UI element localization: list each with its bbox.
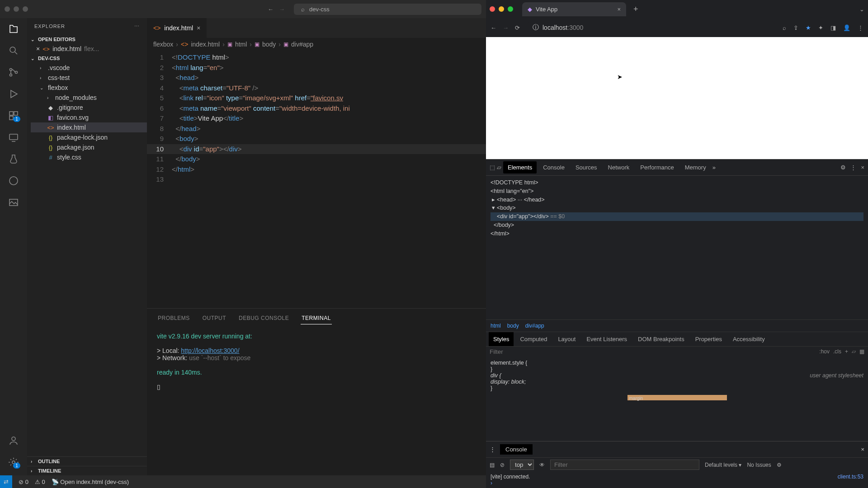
close-dot[interactable]	[490, 6, 495, 12]
page-viewport[interactable]: ➤	[486, 37, 868, 159]
tab-network[interactable]: Network	[604, 161, 634, 174]
forward-icon[interactable]: →	[279, 6, 285, 13]
minimize-dot[interactable]	[499, 6, 504, 12]
tab-overflow-icon[interactable]: ⌄	[859, 6, 864, 13]
search-icon[interactable]: ⌕	[783, 24, 786, 31]
site-info-icon[interactable]: ⓘ	[533, 23, 539, 32]
filter-input[interactable]	[490, 348, 816, 355]
search-icon[interactable]	[7, 44, 20, 57]
menu-icon[interactable]: ⋮	[490, 446, 495, 453]
tab-terminal[interactable]: TERMINAL	[301, 312, 332, 324]
menu-icon[interactable]: ⋮	[850, 164, 856, 171]
code-editor[interactable]: 1<!DOCTYPE html> 2<html lang="en"> 3 <he…	[147, 51, 486, 308]
zoom-dot[interactable]	[23, 6, 28, 12]
tab-props[interactable]: Properties	[691, 332, 726, 346]
share-icon[interactable]: ⇪	[793, 24, 798, 31]
close-icon[interactable]: ×	[861, 446, 864, 453]
bookmark-icon[interactable]: ★	[806, 24, 811, 31]
close-icon[interactable]: ×	[36, 45, 40, 52]
close-icon[interactable]: ×	[861, 164, 864, 171]
errors[interactable]: ⊘ 0	[19, 479, 28, 485]
menu-icon[interactable]: ⋮	[858, 24, 863, 31]
close-dot[interactable]	[5, 6, 10, 12]
command-center[interactable]: ⌕ dev-css	[294, 4, 481, 15]
cls-toggle[interactable]: .cls	[833, 348, 841, 355]
reload-icon[interactable]: ⟳	[515, 24, 520, 31]
tab-styles[interactable]: Styles	[489, 332, 514, 346]
folder-vscode[interactable]: ›.vscode	[31, 63, 147, 73]
profile-icon[interactable]: 👤	[843, 24, 850, 31]
tab-acc[interactable]: Accessibility	[728, 332, 769, 346]
close-icon[interactable]: ×	[617, 6, 621, 13]
sidebar-icon[interactable]: ▤	[490, 462, 495, 468]
styles-body[interactable]: element.style { } div {user agent styles…	[486, 357, 868, 441]
minimize-dot[interactable]	[14, 6, 19, 12]
more-icon[interactable]: ⋯	[134, 23, 140, 29]
outline-header[interactable]: ›OUTLINE	[27, 456, 147, 466]
drawer-tab-console[interactable]: Console	[500, 444, 533, 455]
tab-layout[interactable]: Layout	[553, 332, 580, 346]
tab-dombp[interactable]: DOM Breakpoints	[633, 332, 689, 346]
zoom-dot[interactable]	[508, 6, 513, 12]
file-pkg-lock[interactable]: {}package-lock.json	[31, 132, 147, 142]
folder-node-modules[interactable]: ›node_modules	[31, 93, 147, 103]
eye-icon[interactable]: 👁	[539, 462, 545, 468]
open-editor-item[interactable]: ×<>index.html flex...	[27, 44, 147, 54]
tab-index-html[interactable]: <>index.html×	[147, 18, 207, 38]
tab-problems[interactable]: PROBLEMS	[157, 312, 191, 324]
file-index[interactable]: <>index.html	[31, 122, 147, 132]
account-icon[interactable]	[7, 434, 20, 447]
tab-debug-console[interactable]: DEBUG CONSOLE	[238, 312, 290, 324]
terminal[interactable]: vite v2.9.16 dev server running at: > Lo…	[147, 324, 486, 475]
dom-tree[interactable]: <!DOCTYPE html> <html lang="en"> ▸ <head…	[486, 176, 868, 240]
issues[interactable]: No Issues	[747, 462, 771, 468]
browser-tab[interactable]: ◆ Vite App ×	[522, 2, 626, 16]
extensions-icon[interactable]: 1	[7, 109, 20, 122]
device-icon[interactable]: ▱	[497, 164, 501, 171]
new-tab-button[interactable]: +	[630, 3, 642, 16]
tab-console[interactable]: Console	[538, 161, 569, 174]
settings-icon[interactable]: 1	[7, 456, 20, 469]
tab-performance[interactable]: Performance	[636, 161, 678, 174]
levels-select[interactable]: Default levels ▾	[705, 462, 741, 468]
add-rule-icon[interactable]: +	[845, 348, 848, 355]
device-icon[interactable]: ▱	[852, 348, 856, 355]
source-control-icon[interactable]	[7, 66, 20, 79]
edge-icon[interactable]	[7, 174, 20, 187]
layout-icon[interactable]: ▦	[859, 348, 864, 355]
testing-icon[interactable]	[7, 153, 20, 165]
image-icon[interactable]	[7, 196, 20, 209]
file-favicon[interactable]: ◧favicon.svg	[31, 113, 147, 122]
folder-flexbox[interactable]: ⌄flexbox	[31, 83, 147, 93]
back-icon[interactable]: ←	[491, 24, 496, 31]
file-style[interactable]: #style.css	[31, 152, 147, 162]
tab-computed[interactable]: Computed	[515, 332, 552, 346]
back-icon[interactable]: ←	[268, 6, 274, 13]
close-icon[interactable]: ×	[197, 24, 200, 32]
hov-toggle[interactable]: :hov	[819, 348, 830, 355]
open-editors-header[interactable]: ⌄OPEN EDITORS	[27, 35, 147, 44]
tab-elements[interactable]: Elements	[503, 161, 537, 174]
sidepanel-icon[interactable]: ◨	[830, 24, 836, 31]
more-tabs-icon[interactable]: »	[712, 164, 716, 171]
clear-icon[interactable]: ⊘	[500, 462, 505, 468]
forward-icon[interactable]: →	[503, 24, 509, 31]
console-output[interactable]: [vite] connected.client.ts:53 ›	[486, 472, 868, 488]
folder-css-test[interactable]: ›css-test	[31, 73, 147, 83]
timeline-header[interactable]: ›TIMELINE	[27, 466, 147, 475]
context-select[interactable]: top	[510, 460, 534, 470]
remote-indicator[interactable]: ⇄	[0, 475, 12, 488]
settings-icon[interactable]: ⚙	[840, 164, 846, 171]
tab-sources[interactable]: Sources	[571, 161, 602, 174]
explorer-icon[interactable]	[7, 23, 20, 35]
file-gitignore[interactable]: ◆.gitignore	[31, 103, 147, 113]
address-bar[interactable]: ⓘ localhost:3000	[526, 21, 776, 34]
extensions-icon[interactable]: ✦	[818, 24, 823, 31]
tab-listeners[interactable]: Event Listeners	[582, 332, 632, 346]
workspace-header[interactable]: ⌄DEV-CSS	[27, 54, 147, 63]
inspect-icon[interactable]: ⬚	[490, 164, 495, 171]
dom-breadcrumb[interactable]: htmlbodydiv#app	[486, 319, 868, 332]
file-pkg[interactable]: {}package.json	[31, 142, 147, 152]
console-filter[interactable]	[550, 460, 699, 470]
remote-explorer-icon[interactable]	[7, 131, 20, 144]
